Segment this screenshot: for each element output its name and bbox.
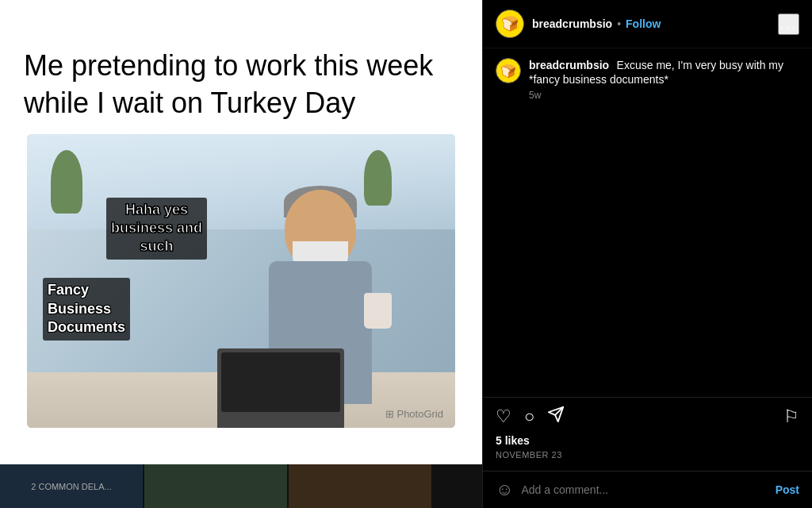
plant-left bbox=[51, 150, 82, 214]
post-comment-button[interactable]: Post bbox=[776, 483, 799, 496]
laptop-screen bbox=[221, 352, 340, 412]
bottom-strip: 2 COMMON DELA... bbox=[0, 464, 482, 508]
left-panel: Me pretending to work this week while I … bbox=[0, 0, 482, 508]
bottom-thumb-2[interactable] bbox=[144, 464, 287, 508]
username-follow-group: breadcrumbsio • Follow bbox=[532, 17, 778, 30]
dot-separator: • bbox=[617, 17, 621, 30]
caption-username: breadcrumbsio bbox=[529, 59, 609, 71]
likes-count: 5 likes bbox=[496, 434, 799, 447]
bottom-thumb-1[interactable]: 2 COMMON DELA... bbox=[0, 464, 143, 508]
follow-button[interactable]: Follow bbox=[626, 17, 661, 30]
comment-input[interactable] bbox=[521, 483, 767, 496]
meme-image: Haha yesbusiness andsuch FancyBusinessDo… bbox=[27, 134, 455, 428]
right-panel: 🍞 breadcrumbsio • Follow ... 🍞 breadcrum… bbox=[482, 0, 812, 508]
thumb-label: 2 COMMON DELA... bbox=[31, 482, 111, 491]
more-options-button[interactable]: ... bbox=[778, 13, 799, 35]
avatar: 🍞 bbox=[496, 10, 524, 38]
meme-top-text: Me pretending to work this week while I … bbox=[24, 48, 458, 122]
coffee-cup bbox=[364, 293, 392, 329]
like-button[interactable]: ♡ bbox=[496, 406, 511, 427]
header-username: breadcrumbsio bbox=[532, 17, 612, 30]
emoji-button[interactable]: ☺ bbox=[496, 479, 513, 500]
harold-figure bbox=[233, 190, 408, 428]
caption-avatar: 🍞 bbox=[496, 58, 521, 83]
bookmark-button[interactable]: ⚐ bbox=[783, 406, 799, 427]
post-header: 🍞 breadcrumbsio • Follow ... bbox=[483, 0, 812, 48]
laptop bbox=[217, 348, 344, 428]
bottom-thumb-3[interactable] bbox=[289, 464, 431, 508]
share-button[interactable] bbox=[547, 406, 565, 428]
meme-overlay-text-1: Haha yesbusiness andsuch bbox=[106, 198, 207, 260]
caption-time: 5w bbox=[529, 90, 799, 101]
meme-overlay-text-2: FancyBusinessDocuments bbox=[43, 278, 130, 340]
action-icons: ♡ ○ ⚐ bbox=[496, 406, 799, 428]
post-date: NOVEMBER 23 bbox=[496, 450, 799, 460]
action-bar: ♡ ○ ⚐ 5 likes NOVEMBER 23 bbox=[483, 397, 812, 471]
caption-row: 🍞 breadcrumbsio Excuse me, I'm very busy… bbox=[496, 58, 799, 101]
watermark: ⊞ PhotoGrid bbox=[385, 408, 443, 420]
comment-button[interactable]: ○ bbox=[524, 406, 534, 427]
caption-area: 🍞 breadcrumbsio Excuse me, I'm very busy… bbox=[483, 48, 812, 397]
comment-input-area: ☺ Post bbox=[483, 471, 812, 508]
caption-text-block: breadcrumbsio Excuse me, I'm very busy w… bbox=[529, 58, 799, 101]
